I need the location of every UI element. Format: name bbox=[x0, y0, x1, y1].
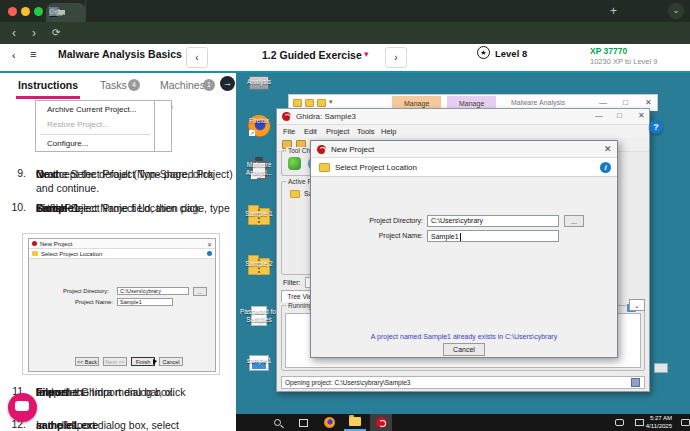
screenshot-back-button: << Back bbox=[75, 357, 99, 366]
maximize-icon[interactable]: □ bbox=[623, 98, 628, 107]
ghidra-status-bar: Opening project: C:\Users\cybrary\Sample… bbox=[281, 376, 645, 389]
info-icon bbox=[207, 251, 212, 256]
folder-icon bbox=[32, 251, 38, 256]
explorer-window-title: Malware Analysis bbox=[511, 99, 565, 106]
level-label: Level 8 bbox=[495, 48, 527, 59]
folder-icon bbox=[293, 99, 302, 107]
screenshot-menu-item: Configure... bbox=[47, 139, 88, 148]
start-button[interactable] bbox=[240, 414, 262, 431]
menu-edit[interactable]: Edit bbox=[304, 127, 317, 136]
hamburger-menu-icon[interactable]: ≡ bbox=[30, 48, 37, 60]
dialog-title: New Project bbox=[331, 145, 374, 154]
screenshot-new-project-dialog: New Project ✕ Select Project Location Pr… bbox=[22, 233, 220, 375]
xp-label: XP 37770 bbox=[590, 46, 627, 56]
macos-zoom-button[interactable] bbox=[34, 7, 43, 16]
taskbar-clock[interactable]: 5:27 AM 4/11/2025 bbox=[630, 415, 672, 430]
screenshot-menu-item: Restore Project... bbox=[47, 120, 109, 129]
menu-tools[interactable]: Tools bbox=[357, 127, 375, 136]
screenshot-menu-item: Archive Current Project... bbox=[47, 105, 136, 114]
screenshot-cursor-icon bbox=[153, 359, 157, 365]
chat-widget-button[interactable] bbox=[8, 393, 37, 422]
browse-button[interactable]: ... bbox=[564, 215, 584, 227]
project-directory-input[interactable]: C:\Users\cybrary bbox=[427, 215, 559, 227]
task-view-icon[interactable] bbox=[292, 414, 314, 431]
screenshot-dir-field: C:\Users\cybrary bbox=[117, 287, 189, 295]
minimize-icon[interactable]: — bbox=[595, 111, 603, 120]
screenshot-dialog-window: New Project ✕ Select Project Location Pr… bbox=[28, 238, 216, 372]
close-icon[interactable]: ✕ bbox=[645, 98, 652, 107]
notification-center-icon[interactable] bbox=[674, 414, 690, 431]
project-name-label: Project Name: bbox=[351, 232, 423, 239]
machines-count-badge: 1 bbox=[203, 79, 215, 91]
memory-monitor-icon[interactable] bbox=[631, 378, 640, 387]
maximize-icon[interactable]: □ bbox=[617, 111, 622, 120]
screenshot-dialog-header: Select Project Location bbox=[29, 249, 215, 259]
new-tab-button[interactable]: + bbox=[610, 4, 617, 18]
filter-label: Filter: bbox=[283, 279, 301, 286]
ghidra-menubar: File Edit Project Tools Help bbox=[277, 125, 649, 138]
taskbar-search-icon[interactable] bbox=[266, 414, 288, 431]
clock-time: 5:27 AM bbox=[630, 415, 672, 423]
dialog-header: Select Project Location i bbox=[311, 158, 617, 177]
folder-icon bbox=[317, 99, 326, 107]
minimize-icon[interactable]: — bbox=[599, 98, 607, 107]
taskbar-explorer-icon[interactable] bbox=[344, 414, 366, 431]
next-lesson-button[interactable]: › bbox=[385, 47, 407, 68]
tab-close-icon[interactable]: ✕ bbox=[49, 7, 56, 16]
cancel-button[interactable]: Cancel bbox=[443, 343, 485, 356]
header-back-icon[interactable]: ‹ bbox=[12, 49, 16, 61]
vm-help-button[interactable]: ? bbox=[649, 120, 663, 134]
info-icon[interactable]: i bbox=[600, 162, 611, 173]
tray-chat-icon[interactable] bbox=[608, 414, 630, 431]
screenshot-next-button: Next >> bbox=[103, 357, 127, 366]
instruction-step: 11. From the Ghidra menu bar, click File… bbox=[6, 385, 234, 419]
forward-icon[interactable]: › bbox=[32, 25, 36, 41]
close-icon[interactable]: ✕ bbox=[604, 144, 612, 154]
combo-dropdown[interactable]: ⌄ bbox=[629, 299, 645, 311]
chat-bubble-icon bbox=[15, 401, 29, 411]
tab-search-chevron-icon[interactable]: ⌄ bbox=[668, 3, 684, 19]
macos-close-button[interactable] bbox=[8, 7, 17, 16]
tasks-count-badge: 4 bbox=[128, 79, 140, 91]
dialog-titlebar[interactable]: New Project ✕ bbox=[311, 141, 617, 158]
menu-help[interactable]: Help bbox=[381, 127, 396, 136]
taskbar-ghidra-icon[interactable] bbox=[370, 414, 392, 431]
ghidra-titlebar[interactable]: Ghidra: Sample3 — □ ✕ bbox=[277, 109, 649, 125]
clock-date: 4/11/2025 bbox=[630, 423, 672, 431]
ghidra-dragon-icon bbox=[317, 145, 326, 154]
screenshot-dir-label: Project Directory: bbox=[63, 288, 109, 294]
screenshot-dialog-titlebar: New Project ✕ bbox=[29, 239, 215, 249]
close-icon[interactable]: ✕ bbox=[638, 111, 645, 120]
dialog-warning-text: A project named Sample1 already exists i… bbox=[311, 333, 617, 340]
tab-tasks[interactable]: Tasks bbox=[100, 79, 127, 91]
lesson-chevron-down-icon[interactable]: ▾ bbox=[364, 49, 369, 59]
menu-file[interactable]: File bbox=[283, 127, 295, 136]
screenshot-project-menu: Archive Current Project... Restore Proje… bbox=[35, 100, 155, 152]
qat-chevron-icon[interactable]: ▾ bbox=[329, 98, 333, 106]
screen: MCyb✕ cDash✕ Mzoho✕ CJobs✕ WHom✕ Sear✕ B… bbox=[0, 0, 690, 431]
folder-icon bbox=[319, 163, 330, 172]
menu-project[interactable]: Project bbox=[326, 127, 349, 136]
macos-minimize-button[interactable] bbox=[21, 7, 30, 16]
back-icon[interactable]: ‹ bbox=[12, 25, 16, 41]
screenshot-cancel-button: Cancel bbox=[159, 357, 183, 366]
taskbar-firefox-icon[interactable] bbox=[318, 414, 340, 431]
close-icon: ✕ bbox=[207, 241, 212, 248]
reload-icon[interactable]: ⟳ bbox=[52, 25, 60, 41]
green-dragon-tool-icon[interactable] bbox=[288, 157, 301, 170]
tab-machines[interactable]: Machines bbox=[160, 79, 205, 91]
app-header: ‹ ≡ Malware Analysis Basics 50% ‹ 1.2 Gu… bbox=[0, 44, 690, 71]
lesson-title[interactable]: 1.2 Guided Exercise bbox=[262, 49, 362, 61]
tabs-scroll-right-button[interactable]: → bbox=[220, 76, 235, 91]
browser-tab[interactable]: Des✕ bbox=[46, 0, 86, 22]
desktop-icon-analysis[interactable]: Analysis bbox=[236, 76, 282, 90]
tab-instructions[interactable]: Instructions bbox=[18, 79, 78, 91]
project-folder-icon[interactable] bbox=[290, 190, 300, 198]
screenshot-finish-button: Finish bbox=[131, 357, 155, 366]
screenshot-menu-gutter bbox=[155, 100, 172, 152]
screenshot-browse-button: ... bbox=[193, 287, 207, 296]
ghidra-dragon-icon bbox=[282, 112, 291, 121]
project-name-input[interactable]: Sample1 bbox=[427, 230, 559, 242]
prev-lesson-button[interactable]: ‹ bbox=[186, 47, 208, 68]
ghidra-window-title: Ghidra: Sample3 bbox=[296, 112, 356, 121]
